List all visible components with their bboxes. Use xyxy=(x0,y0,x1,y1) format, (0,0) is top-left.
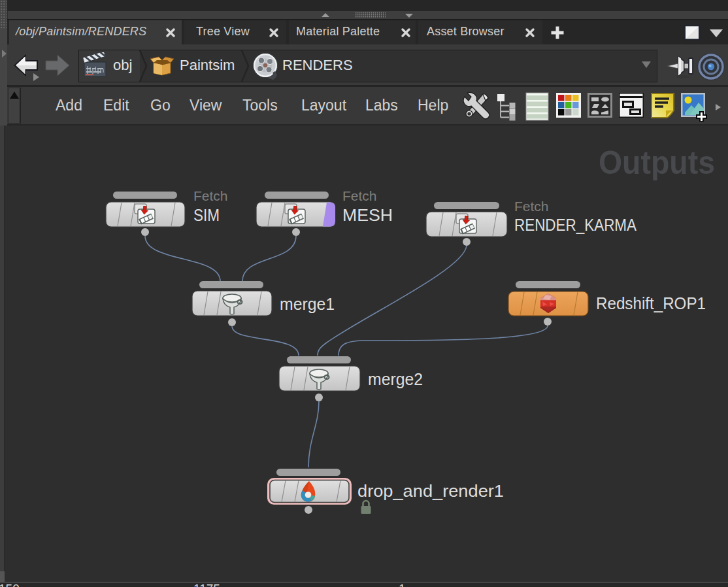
svg-text:merge1: merge1 xyxy=(280,294,335,314)
svg-text:Fetch: Fetch xyxy=(342,188,377,203)
svg-text:MESH: MESH xyxy=(342,205,393,225)
svg-text:Outputs: Outputs xyxy=(599,144,715,181)
svg-text:merge2: merge2 xyxy=(368,369,423,389)
svg-text:RENDER_KARMA: RENDER_KARMA xyxy=(514,215,637,235)
svg-text:drop_and_render1: drop_and_render1 xyxy=(357,481,504,501)
svg-text:SIM: SIM xyxy=(193,205,220,225)
svg-text:Fetch: Fetch xyxy=(193,188,228,203)
svg-text:Redshift_ROP1: Redshift_ROP1 xyxy=(596,294,706,313)
svg-text:Fetch: Fetch xyxy=(514,199,549,214)
